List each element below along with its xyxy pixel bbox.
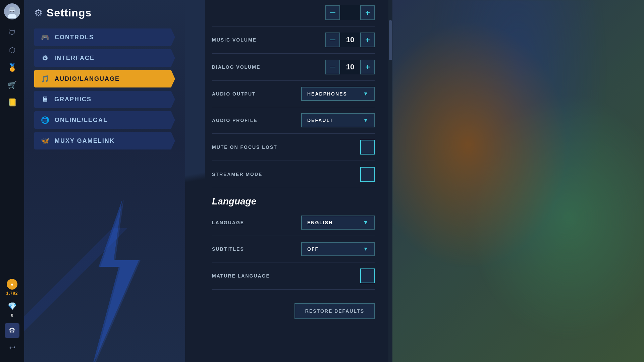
nav-item-graphics[interactable]: 🖥 GRAPHICS bbox=[34, 91, 175, 108]
interface-icon: ⚙ bbox=[41, 54, 50, 62]
increment-btn-top[interactable] bbox=[360, 5, 375, 20]
nav-item-muxy-gamelink[interactable]: 🦋 MUXY GAMELINK bbox=[34, 132, 175, 149]
svg-rect-12 bbox=[330, 67, 335, 67]
scrollbar-thumb[interactable] bbox=[389, 20, 392, 60]
graphics-icon: 🖥 bbox=[41, 96, 50, 103]
gem-block: 💎 0 bbox=[7, 301, 17, 318]
streamer-mode-checkbox[interactable] bbox=[360, 167, 375, 182]
main-content: MUSIC VOLUME 10 bbox=[185, 0, 388, 362]
setting-control-top-stub bbox=[325, 5, 375, 20]
currency-amount: 1,782 bbox=[6, 291, 18, 296]
subtitles-control: OFF ▼ bbox=[301, 242, 375, 256]
nav-item-interface[interactable]: ⚙ INTERFACE bbox=[34, 49, 175, 67]
icon-bar: 🛡 ⬡ 🏅 🛒 📒 ● 1,782 💎 0 ⚙ ↩ bbox=[0, 0, 24, 362]
controls-icon: 🎮 bbox=[41, 33, 50, 41]
nav-item-controls[interactable]: 🎮 CONTROLS bbox=[34, 28, 175, 46]
restore-defaults-button[interactable]: RESTORE DEFAULTS bbox=[294, 303, 375, 319]
audio-output-control: HEADPHONES ▼ bbox=[301, 87, 375, 101]
mature-language-checkbox[interactable] bbox=[360, 268, 375, 283]
currency-icon: ● bbox=[7, 279, 17, 290]
dialog-volume-increment[interactable] bbox=[360, 60, 375, 74]
interface-label: INTERFACE bbox=[54, 55, 95, 62]
settings-title-icon: ⚙ bbox=[34, 7, 43, 18]
background-right bbox=[392, 0, 644, 362]
audio-profile-label: AUDIO PROFILE bbox=[212, 118, 258, 123]
dialog-volume-control: 10 bbox=[325, 60, 375, 74]
mature-language-control bbox=[360, 268, 375, 283]
decrement-btn-top[interactable] bbox=[325, 5, 340, 20]
mute-focus-control bbox=[360, 140, 375, 155]
svg-marker-5 bbox=[94, 200, 141, 362]
sidebar-item-shield[interactable]: 🛡 bbox=[5, 25, 19, 40]
setting-row-subtitles: SUBTITLES OFF ▼ bbox=[212, 236, 375, 262]
dialog-volume-decrement[interactable] bbox=[325, 60, 340, 74]
svg-marker-4 bbox=[92, 200, 139, 362]
music-volume-label: MUSIC VOLUME bbox=[212, 37, 257, 43]
svg-rect-9 bbox=[330, 40, 335, 40]
streamer-mode-control bbox=[360, 167, 375, 182]
dialog-volume-stepper: 10 bbox=[325, 60, 375, 74]
gem-amount: 0 bbox=[11, 313, 13, 318]
lightning-decoration bbox=[62, 200, 169, 362]
sidebar-item-cube[interactable]: ⬡ bbox=[5, 43, 19, 58]
settings-title-block: ⚙ Settings bbox=[34, 7, 175, 19]
setting-row-dialog-volume: DIALOG VOLUME 10 bbox=[212, 54, 375, 81]
audio-output-value: HEADPHONES bbox=[307, 91, 347, 97]
dialog-volume-value: 10 bbox=[340, 60, 360, 74]
sidebar-item-badge[interactable]: 🏅 bbox=[5, 60, 19, 75]
setting-row-mature-language: MATURE LANGUAGE bbox=[212, 262, 375, 290]
setting-row-mute-focus: MUTE ON FOCUS LOST bbox=[212, 134, 375, 161]
nav-item-online-legal[interactable]: 🌐 ONLINE/LEGAL bbox=[34, 111, 175, 129]
language-label: LANGUAGE bbox=[212, 220, 244, 225]
mute-focus-label: MUTE ON FOCUS LOST bbox=[212, 144, 277, 150]
audio-output-label: AUDIO OUTPUT bbox=[212, 91, 256, 97]
sidebar-item-book[interactable]: 📒 bbox=[5, 95, 19, 110]
sidebar-item-cart[interactable]: 🛒 bbox=[5, 78, 19, 93]
online-icon: 🌐 bbox=[41, 116, 50, 124]
subtitles-value: OFF bbox=[307, 246, 319, 252]
streamer-mode-label: STREAMER MODE bbox=[212, 172, 262, 177]
stepper-value-top bbox=[340, 5, 360, 20]
muxy-icon: 🦋 bbox=[41, 137, 50, 145]
subtitles-dropdown[interactable]: OFF ▼ bbox=[301, 242, 375, 256]
content-scroll[interactable]: MUSIC VOLUME 10 bbox=[185, 0, 388, 362]
audio-output-arrow: ▼ bbox=[363, 91, 369, 97]
svg-rect-6 bbox=[330, 12, 335, 13]
audio-profile-dropdown[interactable]: DEFAULT ▼ bbox=[301, 113, 375, 127]
audio-output-dropdown[interactable]: HEADPHONES ▼ bbox=[301, 87, 375, 101]
subtitles-label: SUBTITLES bbox=[212, 246, 244, 252]
music-volume-increment[interactable] bbox=[360, 33, 375, 47]
scrollbar-track[interactable] bbox=[388, 0, 392, 362]
currency-block: ● 1,782 bbox=[6, 279, 18, 296]
content-wrapper: MUSIC VOLUME 10 bbox=[185, 0, 392, 362]
online-legal-label: ONLINE/LEGAL bbox=[55, 117, 108, 124]
language-value: ENGLISH bbox=[307, 220, 333, 225]
setting-row-language: LANGUAGE ENGLISH ▼ bbox=[212, 209, 375, 236]
audio-language-label: AUDIO/LANGUAGE bbox=[55, 75, 120, 82]
language-control: ENGLISH ▼ bbox=[301, 216, 375, 230]
back-button[interactable]: ↩ bbox=[5, 341, 19, 355]
music-volume-decrement[interactable] bbox=[325, 33, 340, 47]
content-area: MUSIC VOLUME 10 bbox=[185, 0, 392, 362]
setting-row-audio-output: AUDIO OUTPUT HEADPHONES ▼ bbox=[212, 81, 375, 107]
dialog-volume-label: DIALOG VOLUME bbox=[212, 64, 260, 70]
controls-label: CONTROLS bbox=[55, 34, 94, 41]
setting-row-top-stub bbox=[212, 3, 375, 26]
stepper-top-stub bbox=[325, 5, 375, 20]
muxy-gamelink-label: MUXY GAMELINK bbox=[55, 137, 115, 144]
mute-focus-checkbox[interactable] bbox=[360, 140, 375, 155]
audio-profile-control: DEFAULT ▼ bbox=[301, 113, 375, 127]
music-volume-stepper: 10 bbox=[325, 33, 375, 47]
nav-menu: 🎮 CONTROLS ⚙ INTERFACE 🎵 AUDIO/LANGUAGE … bbox=[34, 28, 175, 149]
subtitles-arrow: ▼ bbox=[363, 246, 369, 252]
graphics-label: GRAPHICS bbox=[54, 96, 92, 103]
language-dropdown[interactable]: ENGLISH ▼ bbox=[301, 216, 375, 230]
background-blur-overlay bbox=[392, 0, 644, 362]
nav-item-audio-language[interactable]: 🎵 AUDIO/LANGUAGE bbox=[34, 70, 175, 87]
avatar[interactable] bbox=[4, 3, 20, 19]
audio-profile-value: DEFAULT bbox=[307, 118, 333, 123]
music-volume-control: 10 bbox=[325, 33, 375, 47]
sidebar-item-settings[interactable]: ⚙ bbox=[5, 323, 19, 338]
gem-icon: 💎 bbox=[7, 301, 17, 312]
setting-row-music-volume: MUSIC VOLUME 10 bbox=[212, 26, 375, 54]
